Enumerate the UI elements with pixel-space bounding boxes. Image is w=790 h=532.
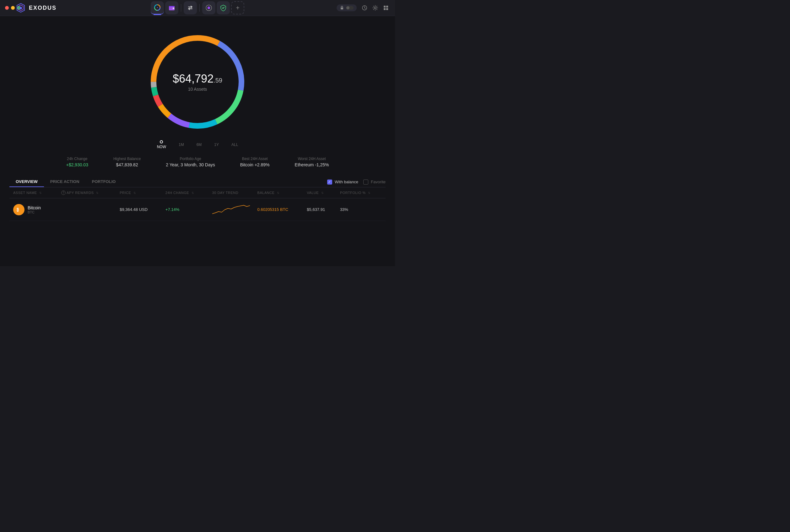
asset-ticker: BTC: [27, 210, 41, 214]
nav-center: +: [151, 1, 244, 15]
stat-24h-label: 24h Change: [66, 157, 88, 161]
apy-help-icon[interactable]: ?: [61, 191, 65, 195]
favorite-label: Favorite: [371, 179, 385, 184]
favorite-checkbox[interactable]: [363, 179, 368, 185]
asset-name-text: Bitcoin BTC: [27, 205, 41, 214]
col-balance[interactable]: BALANCE ⇅: [254, 187, 303, 198]
stat-portfolio-age: Portfolio Age 2 Year, 3 Month, 30 Days: [166, 157, 215, 167]
cell-portfolio-pct: 33%: [336, 198, 385, 221]
tab-price-action[interactable]: PRICE ACTION: [44, 177, 86, 187]
nav-wallet[interactable]: [165, 1, 178, 15]
timeline-all-label: ALL: [231, 142, 238, 147]
grid-button[interactable]: [383, 5, 389, 11]
stats-row: 24h Change +$2,930.03 Highest Balance $4…: [47, 157, 347, 167]
tab-overview[interactable]: OVERVIEW: [10, 177, 44, 187]
with-balance-label: With balance: [335, 179, 358, 184]
svg-marker-2: [19, 6, 22, 10]
timeline-6m[interactable]: 6M: [196, 142, 202, 147]
nav-apps[interactable]: [202, 1, 215, 15]
donut-center: $64,792.59 10 Assets: [173, 72, 222, 92]
table-row[interactable]: ₿ Bitcoin BTC $9,364.48: [10, 198, 385, 221]
col-apy[interactable]: ? APY REWARDS ⇅: [56, 187, 116, 198]
svg-rect-17: [386, 6, 388, 7]
close-button[interactable]: [5, 6, 9, 10]
usd-value: $5,637.91: [307, 207, 325, 212]
apps-icon: [205, 4, 212, 11]
stat-best-value: Bitcoin +2.89%: [240, 162, 270, 167]
cell-apy: [56, 198, 116, 221]
app-title: EXODUS: [29, 5, 57, 11]
timeline-1m[interactable]: 1M: [178, 142, 184, 147]
col-price[interactable]: PRICE ⇅: [116, 187, 162, 198]
svg-rect-7: [173, 7, 174, 9]
col-trend: 30 DAY TREND: [208, 187, 254, 198]
wallet-icon: [168, 4, 175, 11]
col-24h[interactable]: 24H CHANGE ⇅: [162, 187, 208, 198]
stat-highest-balance: Highest Balance $47,839.82: [113, 157, 141, 167]
with-balance-filter[interactable]: ✓ With balance: [327, 179, 358, 185]
svg-point-11: [208, 7, 209, 8]
col-asset-name[interactable]: ASSET NAME ⇅: [10, 187, 56, 198]
assets-count: 10 Assets: [173, 87, 222, 92]
timeline-6m-label: 6M: [196, 142, 202, 147]
stat-age-value: 2 Year, 3 Month, 30 Days: [166, 162, 215, 167]
sort-asset-name: ⇅: [39, 191, 42, 195]
settings-button[interactable]: [372, 5, 378, 11]
amount-main: 64,792: [179, 72, 213, 85]
nav-passport[interactable]: [217, 1, 230, 15]
cell-trend: [208, 198, 254, 221]
table-controls: ✓ With balance Favorite: [327, 179, 385, 185]
exodus-logo-icon: [16, 3, 26, 13]
table-header-row: ASSET NAME ⇅ ? APY REWARDS ⇅ PRICE ⇅ 24H…: [10, 187, 385, 198]
timeline-1y[interactable]: 1Y: [214, 142, 219, 147]
stat-24h-change: 24h Change +$2,930.03: [66, 157, 88, 167]
bitcoin-symbol: ₿: [16, 207, 22, 213]
nav-divider-1: [181, 4, 181, 12]
titlebar: EXODUS: [0, 0, 395, 16]
table-tabs: OVERVIEW PRICE ACTION PORTFOLIO ✓ With b…: [10, 177, 385, 187]
price-value: $9,364.48 USD: [120, 207, 148, 212]
nav-portfolio[interactable]: [151, 1, 164, 15]
stat-24h-value: +$2,930.03: [66, 162, 88, 167]
cell-value: $5,637.91: [303, 198, 336, 221]
btc-icon: ₿: [13, 204, 24, 215]
svg-rect-19: [386, 8, 388, 10]
svg-rect-18: [384, 8, 385, 10]
nav-exchange[interactable]: [184, 1, 197, 15]
sort-portfolio: ⇅: [368, 191, 371, 195]
cell-asset-name: ₿ Bitcoin BTC: [10, 198, 56, 221]
asset-full-name: Bitcoin: [27, 205, 41, 210]
cell-change: +7.14%: [162, 198, 208, 221]
cell-balance: 0.60205315 BTC: [254, 198, 303, 221]
amount-cents: .59: [213, 77, 222, 84]
col-portfolio[interactable]: PORTFOLIO % ⇅: [336, 187, 385, 198]
svg-text:₿: ₿: [17, 207, 19, 212]
timeline-1y-label: 1Y: [214, 142, 219, 147]
main-content: $64,792.59 10 Assets NOW 1M 6M 1Y ALL: [0, 16, 395, 266]
history-button[interactable]: [362, 5, 368, 11]
asset-name-cell: ₿ Bitcoin BTC: [13, 204, 53, 215]
favorite-filter[interactable]: Favorite: [363, 179, 385, 185]
svg-rect-8: [169, 6, 174, 7]
timeline-now[interactable]: NOW: [157, 140, 166, 149]
minimize-button[interactable]: [11, 6, 15, 10]
table-section: OVERVIEW PRICE ACTION PORTFOLIO ✓ With b…: [0, 177, 395, 221]
table-header: ASSET NAME ⇅ ? APY REWARDS ⇅ PRICE ⇅ 24H…: [10, 187, 385, 198]
stat-highest-value: $47,839.82: [113, 162, 141, 167]
lock-toggle[interactable]: [337, 4, 357, 11]
tab-portfolio[interactable]: PORTFOLIO: [86, 177, 122, 187]
cell-price: $9,364.48 USD: [116, 198, 162, 221]
col-value[interactable]: VALUE ⇅: [303, 187, 336, 198]
timeline-all[interactable]: ALL: [231, 142, 238, 147]
stat-age-label: Portfolio Age: [166, 157, 215, 161]
passport-icon: [220, 4, 227, 11]
timeline-1m-label: 1M: [178, 142, 184, 147]
portfolio-icon: [154, 4, 161, 11]
sort-24h: ⇅: [191, 191, 194, 195]
nav-add-button[interactable]: +: [231, 1, 244, 15]
svg-point-12: [223, 7, 224, 8]
with-balance-checkbox[interactable]: ✓: [327, 179, 332, 185]
stat-best-24h: Best 24H Asset Bitcoin +2.89%: [240, 157, 270, 167]
amount-prefix: $: [173, 72, 179, 85]
timeline-dot: [160, 140, 163, 144]
